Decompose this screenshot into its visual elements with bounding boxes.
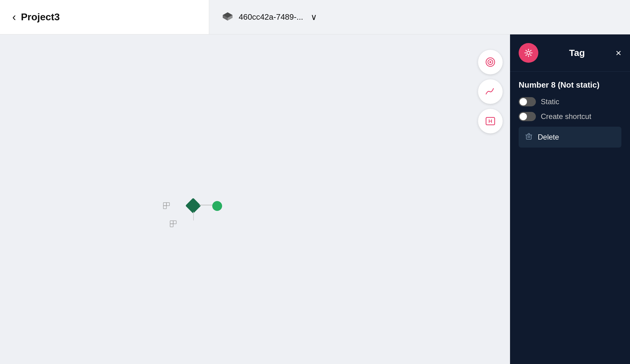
svg-rect-7 — [163, 203, 166, 206]
shortcut-toggle-slider — [519, 112, 536, 121]
svg-rect-11 — [173, 221, 176, 224]
device-selector[interactable]: 460cc42a-7489-... ∨ — [209, 0, 630, 34]
static-toggle-row: Static — [519, 97, 621, 106]
shortcut-toggle-row: Create shortcut — [519, 112, 621, 121]
panel-header: Tag × — [510, 34, 630, 72]
static-label: Static — [541, 97, 559, 106]
connector-line — [199, 205, 212, 205]
gear-button[interactable] — [519, 43, 538, 63]
app-header: ‹ Project3 460cc42a-7489-... ∨ — [0, 0, 630, 34]
node-widget-1 — [163, 202, 170, 210]
delete-row[interactable]: Delete — [519, 127, 621, 148]
shortcut-label: Create shortcut — [541, 112, 591, 121]
right-panel: Tag × Number 8 (Not static) Static Creat… — [510, 34, 630, 364]
back-button[interactable]: ‹ Project3 — [12, 11, 60, 24]
svg-rect-12 — [170, 224, 173, 227]
delete-label: Delete — [538, 133, 559, 141]
svg-point-13 — [527, 51, 530, 54]
gear-icon — [524, 48, 533, 58]
close-button[interactable]: × — [616, 48, 621, 58]
device-id-text: 460cc42a-7489-... — [239, 12, 303, 22]
project-title: Project3 — [21, 11, 60, 23]
tag-name-label: Number 8 (Not static) — [519, 80, 621, 90]
layer-icon — [221, 11, 234, 23]
diamond-node[interactable] — [185, 198, 201, 214]
static-toggle-slider — [519, 97, 536, 106]
canvas-area[interactable] — [0, 34, 510, 364]
svg-rect-9 — [163, 206, 166, 209]
header-left: ‹ Project3 — [0, 0, 209, 34]
trash-icon — [525, 132, 533, 142]
canvas-nodes — [0, 34, 510, 364]
static-toggle[interactable] — [519, 97, 536, 106]
main-content: Tag × Number 8 (Not static) Static Creat… — [0, 34, 630, 364]
vertical-connector — [193, 212, 194, 220]
panel-content: Number 8 (Not static) Static Create shor… — [510, 72, 630, 364]
shortcut-toggle[interactable] — [519, 112, 536, 121]
node-widget-2 — [170, 220, 177, 228]
chevron-down-icon: ∨ — [311, 12, 317, 22]
circle-node[interactable] — [212, 201, 222, 211]
panel-title: Tag — [543, 48, 611, 58]
svg-rect-10 — [170, 221, 173, 224]
svg-rect-8 — [166, 203, 169, 206]
back-arrow-icon: ‹ — [12, 11, 16, 24]
